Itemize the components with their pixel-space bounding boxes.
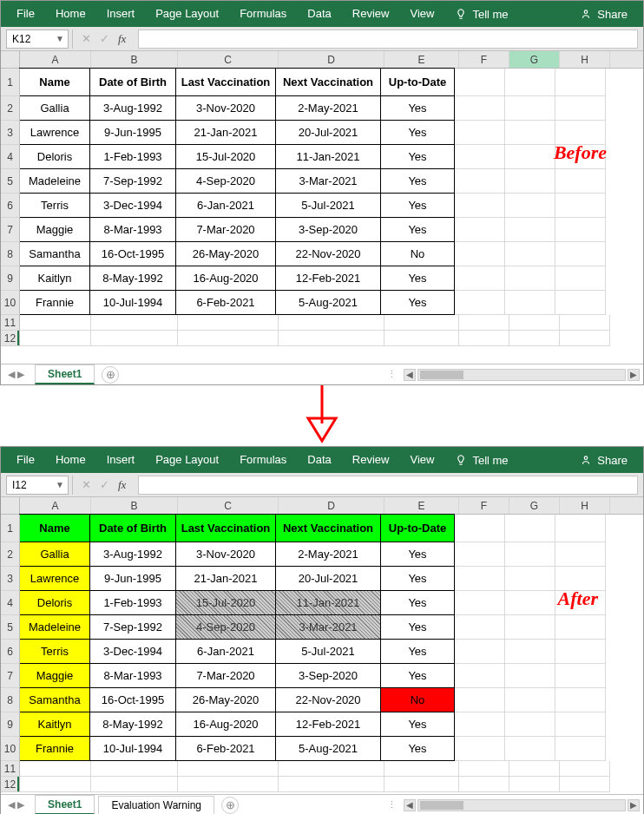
cell[interactable] [455, 737, 505, 761]
ribbon-tab-file[interactable]: File [6, 1, 45, 27]
row-header[interactable]: 10 [1, 291, 20, 315]
cell[interactable] [20, 761, 91, 777]
cell[interactable]: Madeleine [19, 614, 90, 640]
cell[interactable]: 20-Jul-2021 [275, 566, 381, 591]
cell[interactable] [455, 169, 505, 194]
cell[interactable]: 21-Jan-2021 [175, 566, 276, 591]
cell[interactable]: 9-Jun-1995 [89, 566, 176, 591]
ribbon-tab-home[interactable]: Home [45, 1, 96, 27]
cell[interactable]: 6-Feb-2021 [175, 290, 276, 315]
cell[interactable] [455, 194, 505, 218]
ribbon-tab-insert[interactable]: Insert [96, 447, 146, 473]
cell[interactable] [455, 615, 505, 640]
cell[interactable]: Maggie [19, 217, 90, 242]
cell[interactable] [459, 777, 509, 792]
cell[interactable] [555, 69, 606, 96]
cell[interactable]: Date of Birth [89, 514, 176, 542]
col-header-C[interactable]: C [178, 497, 279, 514]
row-header[interactable]: 7 [1, 218, 20, 242]
cell[interactable] [20, 777, 91, 792]
cell[interactable] [555, 218, 606, 242]
cell[interactable]: 3-Nov-2020 [175, 542, 276, 567]
col-header-C[interactable]: C [178, 51, 279, 68]
cell[interactable] [555, 242, 606, 266]
cell[interactable] [505, 737, 555, 761]
cancel-icon[interactable]: ✕ [82, 478, 91, 491]
cell[interactable]: 20-Jul-2021 [275, 120, 381, 145]
cell[interactable]: Last Vaccination [175, 514, 276, 542]
col-header-A[interactable]: A [20, 497, 91, 514]
cell[interactable]: 26-May-2020 [175, 241, 276, 266]
cell[interactable] [555, 640, 606, 664]
cell[interactable] [455, 542, 505, 567]
cell[interactable]: 8-May-1992 [89, 712, 176, 737]
cell[interactable]: 3-Aug-1992 [89, 542, 176, 567]
cell[interactable] [455, 121, 505, 145]
cell[interactable] [178, 315, 279, 331]
formula-input[interactable] [138, 476, 638, 495]
ribbon-tab-view[interactable]: View [399, 447, 444, 473]
row-header[interactable]: 9 [1, 266, 20, 291]
row-header[interactable]: 8 [1, 688, 20, 712]
cell[interactable]: Yes [380, 168, 455, 194]
cell[interactable]: 16-Oct-1995 [89, 241, 176, 266]
cell[interactable] [555, 169, 606, 194]
cell[interactable]: Yes [380, 266, 455, 291]
cell[interactable]: 3-Mar-2021 [275, 168, 381, 194]
cell[interactable]: Next Vaccination [275, 514, 381, 542]
row-header[interactable]: 4 [1, 591, 20, 615]
cell[interactable] [384, 331, 459, 346]
cell[interactable]: Kaitlyn [19, 266, 90, 291]
scroll-left-arrow[interactable]: ◀ [404, 369, 416, 381]
col-header-F[interactable]: F [459, 51, 509, 68]
cell[interactable] [459, 761, 509, 777]
scroll-track[interactable] [417, 799, 626, 811]
cell[interactable]: 16-Oct-1995 [89, 687, 176, 712]
cell[interactable] [279, 331, 384, 346]
check-icon[interactable]: ✓ [100, 478, 109, 491]
cell[interactable] [509, 777, 560, 792]
cell[interactable] [560, 761, 610, 777]
cell[interactable]: 6-Jan-2021 [175, 639, 276, 664]
cell[interactable] [455, 218, 505, 242]
cell[interactable]: Up-to-Date [380, 514, 455, 542]
cell[interactable]: No [380, 687, 455, 712]
cell[interactable]: 6-Jan-2021 [175, 193, 276, 218]
cell[interactable] [505, 542, 555, 567]
cell[interactable]: Yes [380, 614, 455, 640]
cancel-icon[interactable]: ✕ [82, 32, 91, 45]
cell[interactable] [505, 218, 555, 242]
cell[interactable]: 5-Aug-2021 [275, 290, 381, 315]
horizontal-scrollbar[interactable]: ⋮ ◀ ▶ [119, 369, 643, 381]
cell[interactable]: 16-Aug-2020 [175, 266, 276, 291]
cell[interactable] [555, 542, 606, 567]
cell[interactable]: Name [19, 68, 90, 96]
name-box[interactable]: I12 ▼ [6, 476, 69, 495]
cell[interactable]: Kaitlyn [19, 712, 90, 737]
row-header[interactable]: 1 [1, 515, 20, 542]
cell[interactable]: Gallia [19, 95, 90, 121]
cell[interactable] [20, 315, 91, 331]
cell[interactable]: 16-Aug-2020 [175, 712, 276, 737]
cell[interactable] [555, 291, 606, 315]
ribbon-tab-review[interactable]: Review [342, 447, 400, 473]
cell[interactable]: 12-Feb-2021 [275, 712, 381, 737]
cell[interactable] [505, 515, 555, 542]
col-header-A[interactable]: A [20, 51, 91, 68]
cell[interactable]: 1-Feb-1993 [89, 590, 176, 615]
row-header[interactable]: 3 [1, 121, 20, 145]
cell[interactable]: Yes [380, 639, 455, 664]
cell[interactable]: Madeleine [19, 168, 90, 194]
scroll-right-arrow[interactable]: ▶ [628, 799, 640, 811]
cell[interactable] [505, 194, 555, 218]
cell[interactable]: 22-Nov-2020 [275, 241, 381, 266]
cell[interactable]: Yes [380, 663, 455, 688]
cell[interactable] [560, 315, 610, 331]
cell[interactable]: 26-May-2020 [175, 687, 276, 712]
row-header[interactable]: 4 [1, 145, 20, 169]
cell[interactable]: 4-Sep-2020 [175, 614, 276, 640]
col-header-E[interactable]: E [384, 497, 459, 514]
row-header[interactable]: 2 [1, 542, 20, 567]
cell[interactable] [384, 315, 459, 331]
cell[interactable] [459, 331, 509, 346]
